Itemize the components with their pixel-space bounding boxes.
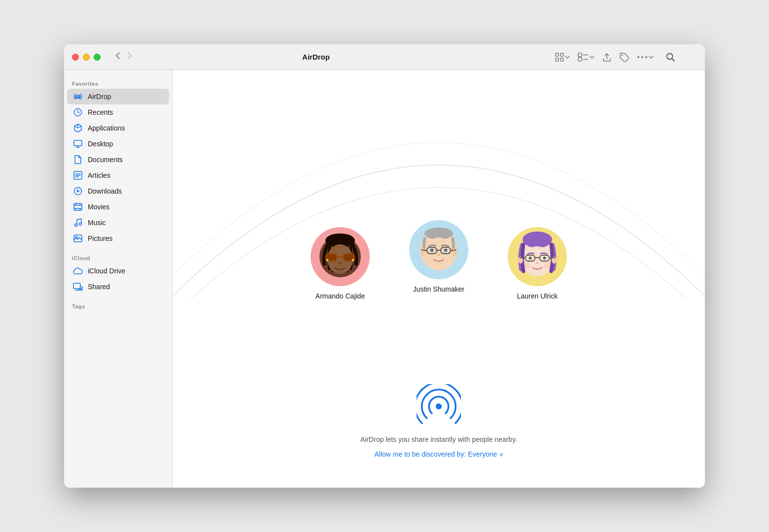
sidebar-item-applications[interactable]: Applications: [67, 120, 169, 136]
sidebar: Favorites AirDrop: [64, 70, 173, 488]
minimize-button[interactable]: [83, 54, 90, 61]
svg-point-68: [543, 257, 546, 260]
bottom-section: AirDrop lets you share instantly with pe…: [360, 384, 517, 458]
svg-point-55: [432, 249, 433, 250]
applications-icon: [73, 123, 83, 133]
svg-point-10: [641, 56, 643, 58]
svg-point-71: [536, 262, 538, 264]
forward-button[interactable]: [124, 50, 135, 64]
sidebar-item-movies[interactable]: Movies: [67, 199, 169, 215]
svg-rect-1: [560, 53, 563, 56]
svg-point-54: [444, 249, 448, 252]
movies-icon: [73, 202, 83, 212]
recents-label: Recents: [88, 108, 113, 116]
avatar-armando: [311, 227, 370, 286]
svg-point-72: [524, 262, 531, 268]
discover-text: Allow me to be discovered by: Everyone: [374, 450, 497, 458]
more-button[interactable]: [634, 54, 657, 61]
maximize-button[interactable]: [94, 54, 101, 61]
sidebar-item-shared[interactable]: Shared: [67, 279, 169, 295]
svg-rect-0: [556, 53, 559, 56]
desktop-label: Desktop: [88, 140, 113, 148]
search-button[interactable]: [663, 50, 678, 64]
svg-rect-2: [556, 58, 559, 61]
svg-rect-25: [80, 209, 81, 210]
svg-rect-30: [73, 283, 80, 289]
documents-icon: [73, 155, 83, 165]
svg-point-56: [446, 249, 447, 250]
sidebar-item-pictures[interactable]: Pictures: [67, 231, 169, 246]
traffic-lights: [64, 54, 108, 61]
airdrop-label: AirDrop: [88, 93, 111, 100]
svg-rect-16: [74, 140, 82, 146]
close-button[interactable]: [72, 54, 79, 61]
svg-line-13: [672, 59, 674, 61]
svg-point-53: [430, 249, 434, 252]
icloud-drive-label: iCloud Drive: [88, 267, 125, 275]
sidebar-item-articles[interactable]: Articles: [67, 167, 169, 183]
discover-link[interactable]: Allow me to be discovered by: Everyone ∨: [374, 450, 503, 458]
movies-label: Movies: [88, 203, 109, 211]
discover-chevron: ∨: [499, 451, 503, 458]
content-area: Favorites AirDrop: [64, 70, 705, 488]
view-options-button[interactable]: [575, 51, 597, 64]
articles-icon: [73, 170, 83, 180]
main-content: Armando Cajide: [173, 70, 705, 488]
sidebar-item-recents[interactable]: Recents: [67, 104, 169, 120]
titlebar: AirDrop: [64, 44, 705, 70]
svg-point-27: [79, 223, 82, 226]
avatar-lauren: [508, 227, 567, 286]
svg-point-70: [544, 257, 545, 258]
icloud-icon: [73, 266, 83, 276]
sidebar-item-desktop[interactable]: Desktop: [67, 136, 169, 152]
person-lauren-name: Lauren Ulrick: [517, 292, 558, 300]
desktop-icon: [73, 139, 83, 149]
documents-label: Documents: [88, 156, 123, 164]
sidebar-item-icloud-drive[interactable]: iCloud Drive: [67, 263, 169, 279]
tags-label: Tags: [64, 300, 172, 311]
icloud-label: iCloud: [64, 252, 172, 263]
back-button[interactable]: [112, 50, 123, 64]
svg-point-67: [529, 257, 532, 260]
pictures-label: Pictures: [88, 234, 113, 242]
person-armando-name: Armando Cajide: [315, 292, 365, 300]
sidebar-item-music[interactable]: Music: [67, 215, 169, 231]
svg-point-42: [352, 259, 354, 262]
person-lauren[interactable]: Lauren Ulrick: [508, 227, 567, 300]
sidebar-item-airdrop[interactable]: AirDrop: [67, 89, 169, 104]
svg-rect-24: [75, 209, 76, 210]
music-icon: [73, 218, 83, 228]
articles-label: Articles: [88, 171, 110, 179]
music-label: Music: [88, 219, 106, 227]
people-row: Armando Cajide: [311, 220, 567, 300]
avatar-justin: [409, 220, 468, 279]
svg-rect-5: [578, 58, 582, 61]
svg-point-69: [530, 257, 531, 258]
recents-icon: [73, 107, 83, 117]
svg-rect-23: [80, 203, 81, 205]
svg-rect-19: [74, 203, 82, 210]
svg-rect-21: [74, 208, 82, 209]
svg-point-26: [75, 224, 77, 227]
svg-point-9: [637, 56, 639, 58]
share-button[interactable]: [599, 50, 614, 64]
pictures-icon: [73, 233, 83, 243]
nav-buttons: [108, 50, 139, 64]
svg-rect-20: [74, 205, 82, 206]
shared-icon: [73, 282, 83, 292]
person-justin-name: Justin Shumaker: [413, 285, 464, 293]
svg-rect-3: [560, 58, 563, 61]
svg-point-41: [326, 259, 329, 262]
sidebar-item-downloads[interactable]: Downloads: [67, 183, 169, 199]
svg-point-40: [338, 262, 343, 265]
svg-line-65: [520, 258, 525, 258]
view-grid-button[interactable]: [552, 51, 573, 64]
svg-point-73: [544, 262, 551, 268]
tag-button[interactable]: [616, 50, 632, 64]
sidebar-item-documents[interactable]: Documents: [67, 152, 169, 167]
window-title: AirDrop: [139, 53, 493, 61]
person-armando[interactable]: Armando Cajide: [311, 227, 370, 300]
person-justin[interactable]: Justin Shumaker: [409, 220, 468, 293]
svg-rect-22: [75, 203, 76, 205]
airdrop-icon: [73, 92, 83, 101]
